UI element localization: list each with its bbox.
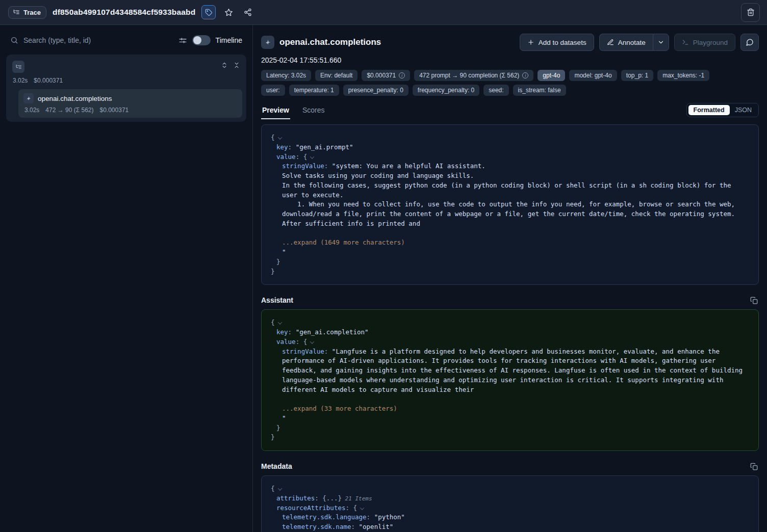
delete-trace-button[interactable] [741, 3, 760, 22]
toggle-knob [193, 36, 201, 44]
tab-preview[interactable]: Preview [261, 104, 290, 119]
topbar: Trace df850ab499107d4348584cf5933baabd [0, 0, 767, 25]
code-token: { [271, 134, 275, 141]
badge-label: temperature: 1 [294, 87, 334, 94]
observation-duration: 3.02s [24, 107, 39, 114]
observation-detail: openai.chat.completions Add to datasets … [253, 25, 767, 532]
observation-item-selected[interactable]: openai.chat.completions 3.02s 472 → 90 (… [18, 89, 242, 118]
observation-cost: $0.000371 [100, 107, 129, 114]
chevron-down-icon [657, 39, 664, 46]
format-formatted-option[interactable]: Formatted [688, 105, 730, 115]
code-token: { [353, 504, 357, 512]
code-token: { [271, 318, 275, 326]
trace-card[interactable]: 3.02s $0.000371 openai.chat.completions … [6, 55, 246, 122]
star-button[interactable] [222, 6, 235, 19]
pen-icon [607, 39, 614, 46]
meta-badge: Latency: 3.02s [261, 70, 311, 81]
collapse-chevron-icon[interactable] [277, 321, 282, 325]
generation-icon [261, 36, 274, 49]
share-icon [244, 8, 252, 16]
code-token: : [296, 338, 303, 345]
model-badge[interactable]: gpt-4o [538, 70, 565, 81]
comment-button[interactable] [740, 34, 759, 51]
badge-row-1: Latency: 3.02sEnv: default$0.000371i472 … [261, 70, 759, 81]
code-token: } [276, 258, 280, 265]
badge-label: gpt-4o [543, 72, 560, 79]
code-line: } [271, 433, 749, 442]
code-line: resourceAttributes: { [271, 503, 749, 513]
annotate-button[interactable]: Annotate [599, 34, 653, 51]
code-line: telemetry.sdk.name: "openlit" [271, 522, 749, 532]
code-line: { [271, 133, 749, 143]
filter-settings-icon[interactable] [178, 36, 187, 45]
meta-badge: top_p: 1 [621, 70, 653, 81]
generation-icon [23, 93, 34, 103]
code-token: " [282, 248, 286, 256]
code-token: } [271, 268, 275, 275]
search-row: Timeline [0, 25, 252, 50]
tag-button[interactable] [201, 5, 216, 19]
observation-tokens: 472 → 90 (Σ 562) [45, 107, 93, 114]
code-token: {...} [322, 494, 342, 502]
code-token: { [303, 153, 308, 161]
code-token: 21 Items [342, 495, 372, 502]
code-token: : [367, 513, 374, 521]
tree-actions [221, 61, 240, 69]
code-token: 1. When you need to collect info, use th… [282, 200, 739, 227]
trace-duration: 3.02s [13, 77, 28, 84]
copy-icon[interactable] [750, 463, 758, 470]
timeline-label: Timeline [216, 36, 242, 44]
meta-badge: 472 prompt → 90 completion (Σ 562)i [414, 70, 533, 81]
main-header: openai.chat.completions Add to datasets … [261, 34, 759, 51]
share-button[interactable] [241, 6, 254, 19]
code-line: { [271, 318, 749, 328]
meta-badge: user: [261, 85, 285, 96]
code-token: : [351, 523, 359, 530]
code-token: } [276, 424, 280, 432]
badge-label: max_tokens: -1 [662, 72, 704, 79]
terminal-icon [682, 39, 689, 46]
timeline-toggle[interactable] [192, 35, 211, 45]
annotate-dropdown-button[interactable] [653, 34, 669, 51]
collapse-chevron-icon[interactable] [310, 154, 314, 158]
code-token: stringValue [282, 348, 324, 355]
tabs: Preview Scores [261, 104, 326, 119]
meta-badge: temperature: 1 [289, 85, 339, 96]
list-tree-icon [13, 9, 20, 16]
badge-label: Latency: 3.02s [266, 72, 306, 79]
code-token: telemetry.sdk.language [282, 513, 367, 521]
code-token: ...expand (1649 more characters) [282, 238, 405, 246]
code-line: In the following cases, suggest python c… [271, 181, 749, 200]
code-token: "Langfuse is a platform designed to help… [282, 348, 747, 393]
meta-badge: seed: [483, 85, 508, 96]
tag-icon [205, 9, 213, 16]
code-line: key: "gen_ai.prompt" [271, 143, 749, 152]
unfold-all-icon[interactable] [221, 62, 228, 69]
code-token: value [276, 153, 296, 161]
tab-scores[interactable]: Scores [301, 104, 326, 119]
plus-icon [527, 39, 534, 46]
meta-badge: max_tokens: -1 [657, 70, 709, 81]
copy-icon[interactable] [750, 297, 758, 304]
code-token: { [271, 485, 275, 492]
collapse-chevron-icon[interactable] [277, 135, 282, 139]
code-line: telemetry.sdk.language: "python" [271, 513, 749, 522]
title-group: openai.chat.completions [261, 36, 381, 49]
metadata-section-header: Metadata [261, 462, 759, 470]
search-icon [10, 36, 18, 44]
code-line: 1. When you need to collect info, use th… [271, 200, 749, 228]
playground-button[interactable]: Playground [674, 34, 735, 51]
fold-all-icon[interactable] [233, 62, 240, 69]
collapse-chevron-icon[interactable] [277, 486, 282, 490]
format-json-option[interactable]: JSON [730, 105, 757, 115]
badge-label: seed: [489, 87, 503, 94]
metadata-section-title: Metadata [261, 462, 292, 470]
tabs-row: Preview Scores Formatted JSON [261, 103, 759, 119]
search-input[interactable] [23, 36, 173, 44]
trace-cost: $0.000371 [34, 77, 63, 84]
collapse-chevron-icon[interactable] [360, 506, 364, 510]
collapse-chevron-icon[interactable] [310, 339, 314, 343]
add-to-datasets-button[interactable]: Add to datasets [520, 34, 594, 51]
code-token: { [303, 338, 308, 345]
code-line: " [271, 414, 749, 423]
